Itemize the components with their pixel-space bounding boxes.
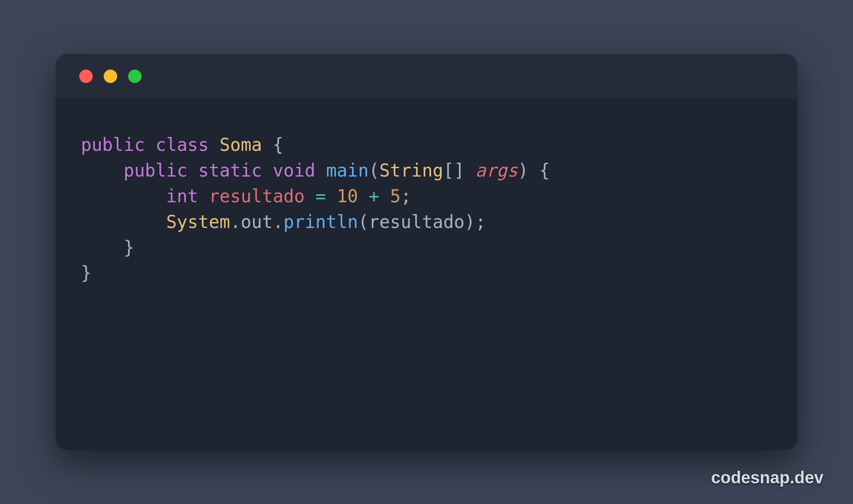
code-token-punct: ; xyxy=(401,186,411,206)
code-token-punct xyxy=(81,237,123,258)
code-token-punct: } xyxy=(123,237,134,258)
code-token-punct: [] xyxy=(443,160,475,181)
code-window: public class Soma { public static void m… xyxy=(56,54,797,450)
code-token-punct xyxy=(379,186,390,206)
watermark-label: codesnap.dev xyxy=(711,468,823,487)
code-token-keyword: public xyxy=(123,160,188,181)
code-token-punct xyxy=(145,134,156,155)
code-token-keyword: class xyxy=(156,134,209,155)
code-area: public class Soma { public static void m… xyxy=(56,99,797,311)
code-token-var: resultado xyxy=(209,186,305,206)
code-block: public class Soma { public static void m… xyxy=(81,132,772,286)
code-token-punct xyxy=(262,160,273,181)
code-token-type: System xyxy=(166,212,230,232)
code-token-keyword: static xyxy=(198,160,262,181)
code-token-op: + xyxy=(369,186,379,206)
code-token-punct: { xyxy=(539,160,550,181)
code-token-keyword: int xyxy=(166,186,198,206)
code-token-punct: ) xyxy=(464,212,475,232)
code-token-type: String xyxy=(379,160,443,181)
code-token-ident: resultado xyxy=(369,212,465,232)
code-token-op: = xyxy=(315,186,326,206)
zoom-icon[interactable] xyxy=(128,70,142,83)
code-token-punct xyxy=(305,186,315,206)
code-token-ident: out xyxy=(241,212,273,232)
code-token-punct xyxy=(81,212,166,232)
code-token-punct xyxy=(81,160,123,181)
code-token-param: args xyxy=(475,160,518,181)
code-token-keyword: public xyxy=(81,134,145,155)
code-token-number: 5 xyxy=(390,186,400,206)
code-token-class: Soma xyxy=(220,134,262,155)
code-token-punct: ( xyxy=(358,212,368,232)
code-token-punct: . xyxy=(273,212,283,232)
code-token-punct xyxy=(528,160,539,181)
code-token-method: main xyxy=(326,160,369,181)
code-token-punct: { xyxy=(273,134,283,155)
code-token-punct: . xyxy=(230,212,241,232)
code-token-punct xyxy=(358,186,369,206)
code-token-punct: } xyxy=(81,263,91,283)
code-token-punct xyxy=(315,160,326,181)
code-token-punct xyxy=(209,134,219,155)
code-token-punct xyxy=(188,160,198,181)
code-token-punct xyxy=(326,186,337,206)
code-token-method: println xyxy=(283,212,358,232)
code-token-punct xyxy=(198,186,209,206)
code-token-punct: ; xyxy=(475,212,486,232)
code-token-punct: ) xyxy=(518,160,528,181)
code-token-punct xyxy=(81,186,166,206)
window-titlebar xyxy=(56,54,797,99)
close-icon[interactable] xyxy=(79,70,93,83)
code-token-punct: ( xyxy=(369,160,379,181)
code-token-punct xyxy=(262,134,273,155)
code-token-number: 10 xyxy=(337,186,358,206)
minimize-icon[interactable] xyxy=(104,70,117,83)
code-token-keyword: void xyxy=(273,160,315,181)
